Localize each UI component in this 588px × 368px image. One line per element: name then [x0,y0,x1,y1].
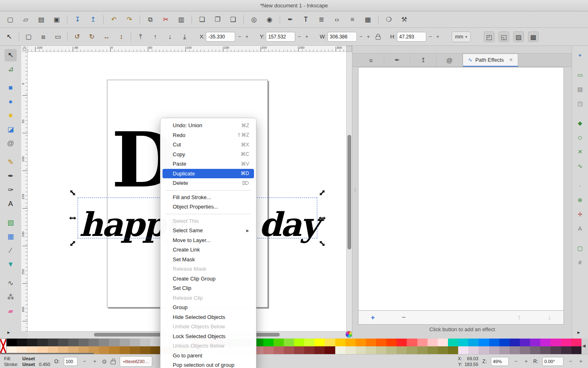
palette-swatch[interactable] [571,339,581,346]
palette-swatch[interactable] [530,346,540,354]
snap-page-border-icon[interactable]: ▢ [575,243,586,254]
palette-swatch[interactable] [140,346,150,354]
objects-panel-tab[interactable]: ≡ [358,54,384,67]
h-increment-button[interactable]: + [435,32,441,41]
menu-item-lock-selected-objects[interactable]: Lock Selected Objects [163,332,254,341]
w-input[interactable] [327,32,357,42]
selection-settings-icon[interactable]: ↖ [4,31,15,42]
palette-swatch[interactable] [407,339,417,346]
palette-swatch[interactable] [386,346,396,354]
snap-centers-icon[interactable]: ⊕ [575,195,586,205]
w-decrement-button[interactable]: − [358,32,364,41]
palette-swatch[interactable] [263,346,274,354]
snap-midpoints-icon[interactable]: · [575,180,586,191]
palette-swatch[interactable] [448,339,458,346]
palette-swatch[interactable] [99,339,109,346]
rotation-input[interactable] [542,357,564,366]
palette-swatch[interactable] [510,339,520,346]
menu-item-create-link[interactable]: Create Link [163,245,254,255]
palette-swatch[interactable] [263,339,274,346]
palette-swatch[interactable] [345,339,356,346]
palette-swatch[interactable] [120,346,130,354]
symbols-panel-tab[interactable]: @ [437,54,463,67]
palette-swatch[interactable] [89,339,99,346]
palette-swatch[interactable] [7,339,17,346]
pen-tool[interactable]: ✒ [4,170,17,182]
selection-handle-se-icon[interactable] [318,239,327,248]
lower-icon[interactable]: ↓ [165,31,175,42]
raise-to-top-icon[interactable]: ⤒ [135,31,146,42]
select-all-layers-icon[interactable]: ⧈ [38,31,49,42]
vertical-ruler[interactable]: 050100150200250300 [21,52,28,331]
zoom-selection-icon[interactable]: ◎ [249,14,259,25]
snap-rotation-center-icon[interactable]: ✛ [575,209,586,220]
palette-swatch[interactable] [561,339,571,346]
palette-swatch[interactable] [479,346,489,354]
snap-bbox-icon[interactable]: ▭ [575,70,586,80]
opacity-decrement-button[interactable]: − [82,357,88,366]
vertical-scrollbar[interactable] [346,52,352,331]
palette-swatch[interactable] [376,339,386,346]
layer-lock-icon[interactable] [111,361,116,364]
rectangle-tool[interactable]: ■ [4,82,17,94]
export-icon[interactable]: ↥ [88,14,98,25]
zoom-increment-button[interactable]: + [523,357,529,366]
color-wheel-icon[interactable] [345,331,352,338]
palette-swatch[interactable] [448,346,458,354]
star-tool[interactable]: ★ [4,110,17,122]
palette-swatch[interactable] [109,339,119,346]
toggle-move-gradients-icon[interactable]: ▨ [513,31,524,42]
w-increment-button[interactable]: + [365,32,372,41]
selection-handle-w-icon[interactable] [69,216,77,220]
snap-bbox-edges-icon[interactable]: ▤ [575,84,586,94]
palette-swatch[interactable] [458,339,468,346]
flip-vertical-icon[interactable]: ↕ [116,31,127,42]
menu-item-move-to-layer[interactable]: Move to Layer... [163,236,254,245]
palette-swatch[interactable] [561,346,571,354]
palette-swatch[interactable] [325,339,335,346]
duplicate-icon[interactable]: ❏ [197,14,207,25]
menu-item-delete[interactable]: Delete⌦ [163,178,254,188]
palette-swatch[interactable] [458,346,468,354]
palette-swatch[interactable] [78,339,89,346]
palette-swatch[interactable] [438,346,448,354]
fill-stroke-panel-tab[interactable]: ✒ [384,54,410,67]
palette-swatch[interactable] [550,339,561,346]
h-input[interactable] [397,32,426,42]
palette-swatch[interactable] [479,339,489,346]
paste-icon[interactable]: ▥ [176,14,187,25]
menu-item-select-same[interactable]: Select Same▶ [163,226,254,236]
snap-toggle-icon[interactable]: ⌖ [575,50,586,61]
menu-item-group[interactable]: Group [163,303,254,312]
zoom-page-icon[interactable]: ◉ [264,14,275,25]
copy-icon[interactable]: ⧉ [145,14,156,25]
align-dialog-icon[interactable]: ≡ [347,14,358,25]
x-increment-button[interactable]: + [244,32,250,41]
snap-paths-icon[interactable]: ∿ [575,161,586,171]
palette-swatch[interactable] [396,339,407,346]
palette-swatch[interactable] [68,339,78,346]
document-properties-icon[interactable]: ▦ [363,14,373,25]
new-document-icon[interactable]: ▢ [5,14,16,25]
palette-swatch[interactable] [284,339,294,346]
deselect-icon[interactable]: ▭ [53,31,63,42]
paint-bucket-tool[interactable]: ▼ [4,258,17,271]
snap-grid-guide-icon[interactable]: # [575,257,586,268]
selector-tool[interactable]: ↖ [4,49,17,61]
xml-editor-icon[interactable]: ‹› [332,14,342,25]
palette-swatch[interactable] [356,346,366,354]
export-panel-tab[interactable]: ↥ [410,54,437,67]
palette-swatch[interactable] [27,339,37,346]
add-effect-button[interactable]: + [371,314,375,322]
preferences-icon[interactable]: ⚒ [399,14,410,25]
menu-item-duplicate[interactable]: Duplicate⌘D [163,169,254,179]
selection-handle-e-icon[interactable] [318,216,326,220]
palette-swatch[interactable] [314,346,325,354]
horizontal-ruler[interactable]: -100-50050100150200250300 [28,46,346,52]
palette-swatch[interactable] [58,339,68,346]
menu-item-go-to-parent[interactable]: Go to parent [163,351,254,361]
path-effects-list[interactable] [358,67,564,311]
rotation-increment-button[interactable]: + [578,357,584,366]
rotate-cw-icon[interactable]: ↻ [87,31,97,42]
palette-swatch[interactable] [335,339,345,346]
